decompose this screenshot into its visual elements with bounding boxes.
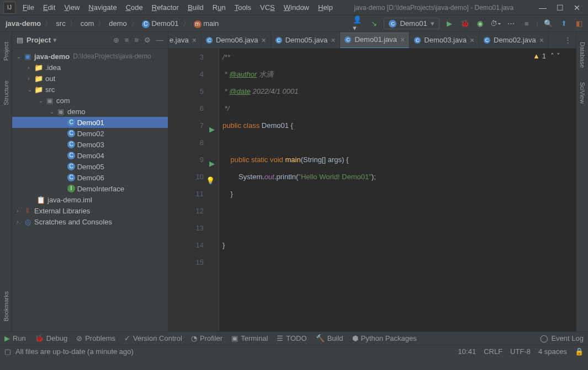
menu-build[interactable]: Build [184, 2, 208, 13]
tree-root[interactable]: ⌄ ▣ java-demo D:\IdeaProjects\java-demo [12, 51, 168, 62]
coverage-button[interactable]: ◉ [475, 18, 486, 29]
menu-navigate[interactable]: Navigate [84, 2, 120, 13]
chevron-down-icon[interactable]: ⌄ [39, 98, 45, 104]
line-number[interactable]: 3 [168, 49, 204, 66]
close-icon[interactable]: × [262, 36, 266, 45]
stop-button[interactable]: ■ [521, 18, 532, 29]
editor-tab[interactable]: C Demo06.java × [202, 32, 271, 49]
chevron-down-icon[interactable]: ⌄ [28, 87, 34, 93]
breadcrumb-item[interactable]: m main [192, 18, 221, 29]
breadcrumb-item[interactable]: C Demo01 [140, 18, 181, 29]
tool-problems[interactable]: ⊘Problems [76, 334, 115, 342]
tool-python[interactable]: ⬢Python Packages [352, 334, 417, 342]
menu-view[interactable]: View [60, 2, 83, 13]
tree-file-interface[interactable]: I DemoInterface [12, 183, 168, 194]
profile-button[interactable]: ⏱▾ [490, 18, 501, 29]
line-number[interactable]: 10💡 [168, 168, 204, 185]
tree-file-demo04[interactable]: C Demo04 [12, 150, 168, 161]
chevron-down-icon[interactable]: ⌄ [50, 109, 56, 115]
sidebar-tab-structure[interactable]: Structure [2, 76, 10, 110]
editor-tab[interactable]: e.java × [168, 32, 202, 49]
sidebar-tab-project[interactable]: Project [2, 37, 10, 65]
line-number[interactable]: 11 [168, 185, 204, 202]
line-number[interactable]: 13 [168, 219, 204, 237]
tree-folder-com[interactable]: ⌄ ▣ com [12, 95, 168, 106]
status-separator[interactable]: CRLF [484, 347, 502, 356]
tool-window-icon[interactable]: ▢ [4, 347, 11, 356]
close-button[interactable]: ✕ [574, 3, 580, 12]
chevron-right-icon[interactable]: › [17, 219, 23, 225]
tool-debug[interactable]: 🐞Debug [35, 334, 67, 342]
sidebar-tab-sciview[interactable]: SciView [578, 78, 587, 108]
line-number[interactable]: 6 [168, 100, 204, 117]
locate-icon[interactable]: ⊕ [113, 36, 119, 44]
build-icon[interactable]: ↘ [368, 18, 379, 29]
close-icon[interactable]: × [400, 35, 405, 44]
line-number[interactable]: 15 [168, 254, 204, 271]
line-number[interactable]: 14 [168, 237, 204, 254]
tree-scratches[interactable]: › ◎ Scratches and Consoles [12, 216, 168, 227]
status-time[interactable]: 10:41 [458, 347, 476, 356]
add-user-icon[interactable]: 👤▾ [353, 18, 364, 29]
tree-folder-demo[interactable]: ⌄ ▣ demo [12, 106, 168, 117]
tree-file-demo06[interactable]: C Demo06 [12, 172, 168, 183]
close-icon[interactable]: × [470, 36, 474, 45]
editor-tab-active[interactable]: C Demo01.java × [340, 32, 410, 49]
tool-vcs[interactable]: ✓Version Control [124, 334, 182, 342]
project-panel-title[interactable]: Project [27, 36, 51, 44]
debug-button[interactable]: 🐞 [459, 18, 470, 29]
collapse-icon[interactable]: ≡ [134, 36, 139, 44]
editor-body[interactable]: ▲ 1 ˄ ˅ 3 4 5 6 7▶ 8 9▶ 10💡 11 12 13 14 … [168, 49, 576, 331]
code-content[interactable]: /** * @author 水滴 * @date 2022/4/1 0001 *… [219, 49, 576, 331]
down-icon[interactable]: ˅ [557, 52, 560, 60]
tree-file-demo03[interactable]: C Demo03 [12, 139, 168, 150]
line-number[interactable]: 8 [168, 134, 204, 151]
expand-icon[interactable]: ≡ [125, 36, 129, 44]
chevron-down-icon[interactable]: ⌄ [17, 53, 23, 60]
settings-icon[interactable]: ⚙ [144, 36, 151, 44]
search-icon[interactable]: 🔍 [543, 18, 554, 29]
sidebar-tab-database[interactable]: Database [578, 37, 587, 72]
menu-run[interactable]: Run [209, 2, 230, 13]
line-gutter[interactable]: 3 4 5 6 7▶ 8 9▶ 10💡 11 12 13 14 15 [168, 49, 211, 331]
project-tree[interactable]: ⌄ ▣ java-demo D:\IdeaProjects\java-demo … [12, 49, 168, 331]
update-icon[interactable]: ◧ [574, 18, 585, 29]
tool-eventlog[interactable]: ◯Event Log [540, 334, 584, 342]
line-number[interactable]: 5 [168, 83, 204, 100]
editor-tab[interactable]: C Demo05.java × [271, 32, 341, 49]
editor-tab[interactable]: C Demo03.java × [410, 32, 479, 49]
close-icon[interactable]: × [331, 36, 335, 45]
close-icon[interactable]: × [539, 36, 544, 45]
menu-tools[interactable]: Tools [231, 2, 255, 13]
tree-folder-src[interactable]: ⌄ 📁 src [12, 84, 168, 95]
menu-edit[interactable]: Edit [39, 2, 59, 13]
chevron-right-icon[interactable]: › [17, 208, 23, 214]
lock-icon[interactable]: 🔒 [575, 347, 584, 356]
minimize-button[interactable]: — [539, 3, 547, 12]
tool-profiler[interactable]: ◔Profiler [191, 334, 223, 342]
run-gutter-icon[interactable]: ▶ [209, 121, 215, 138]
tool-terminal[interactable]: ▣Terminal [231, 334, 268, 342]
tree-file-demo02[interactable]: C Demo02 [12, 128, 168, 139]
run-config-selector[interactable]: C Demo01 ▾ [384, 18, 439, 29]
breadcrumb-item[interactable]: demo [107, 18, 129, 29]
tree-external-libs[interactable]: › ⫴ External Libraries [12, 205, 168, 216]
tree-folder-idea[interactable]: › 📁 .idea [12, 62, 168, 73]
tree-file-iml[interactable]: 📋 java-demo.iml [12, 194, 168, 205]
tree-file-demo01[interactable]: C Demo01 [12, 117, 168, 128]
breadcrumb-item[interactable]: src [54, 18, 67, 29]
tree-folder-out[interactable]: › 📁 out [12, 73, 168, 84]
line-number[interactable]: 4 [168, 66, 204, 83]
breadcrumb-item[interactable]: java-demo [3, 18, 43, 29]
editor-tab[interactable]: C Demo02.java × [479, 32, 549, 49]
tab-list-icon[interactable]: ⋮ [564, 36, 571, 44]
hide-icon[interactable]: — [156, 36, 163, 44]
status-encoding[interactable]: UTF-8 [510, 347, 531, 356]
line-number[interactable]: 7▶ [168, 117, 204, 134]
inspection-badge[interactable]: ▲ 1 ˄ ˅ [533, 52, 560, 60]
run-gutter-icon[interactable]: ▶ [209, 155, 215, 172]
menu-refactor[interactable]: Refactor [148, 2, 183, 13]
tree-file-demo05[interactable]: C Demo05 [12, 161, 168, 172]
line-number[interactable]: 9▶ [168, 151, 204, 168]
dropdown-icon[interactable]: ▾ [53, 36, 57, 44]
